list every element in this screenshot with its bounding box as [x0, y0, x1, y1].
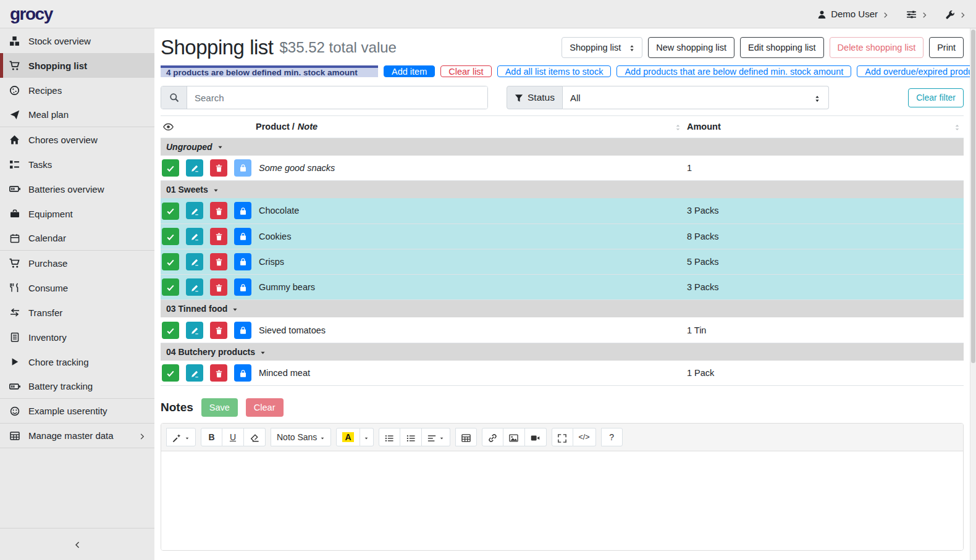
edit-item-button[interactable] [186, 322, 203, 339]
sidebar-item-calendar[interactable]: Calendar [0, 226, 154, 251]
edit-item-button[interactable] [186, 278, 203, 296]
insert-link-button[interactable] [482, 428, 503, 446]
funnel-icon [515, 92, 523, 103]
add-to-stock-button[interactable] [234, 159, 251, 177]
add-to-stock-button[interactable] [234, 202, 251, 219]
delete-item-button[interactable] [210, 159, 227, 177]
delete-item-button[interactable] [210, 278, 227, 296]
add-to-stock-button[interactable] [234, 322, 251, 339]
sidebar-item-shopping-list[interactable]: Shopping list [0, 53, 154, 78]
sidebar-item-example-userentity[interactable]: Example userentity [0, 399, 154, 424]
paragraph-align-button[interactable] [422, 428, 450, 446]
insert-table-button[interactable] [455, 428, 477, 446]
color-dropdown-button[interactable] [360, 428, 374, 446]
underline-button[interactable]: U [222, 428, 244, 446]
edit-item-button[interactable] [186, 228, 203, 245]
fullscreen-button[interactable] [552, 428, 573, 446]
admin-menu[interactable] [945, 8, 966, 19]
product-group-row[interactable]: Ungrouped [161, 138, 964, 156]
sidebar-collapse-button[interactable] [0, 528, 154, 560]
grocy-logo[interactable]: grocy [10, 4, 53, 24]
toggle-done-items-button[interactable] [163, 121, 174, 131]
font-family-button[interactable]: Noto Sans [271, 428, 331, 446]
sidebar-item-battery-tracking[interactable]: Battery tracking [0, 374, 154, 399]
edit-item-button[interactable] [186, 364, 203, 382]
notes-editor-body[interactable] [161, 451, 963, 550]
insert-video-button[interactable] [525, 428, 547, 446]
save-notes-button[interactable]: Save [201, 398, 238, 417]
product-group-row[interactable]: 01 Sweets [161, 181, 964, 199]
min-stock-alert[interactable]: 4 products are below defined min. stock … [161, 65, 378, 77]
code-view-button[interactable]: </> [573, 428, 596, 446]
mark-done-button[interactable] [162, 278, 179, 296]
chevron-left-icon [74, 540, 82, 550]
magic-style-button[interactable] [166, 428, 196, 446]
insert-picture-button[interactable] [503, 428, 525, 446]
sidebar-item-recipes[interactable]: Recipes [0, 78, 154, 102]
edit-item-button[interactable] [186, 202, 203, 219]
add-to-stock-button[interactable] [234, 364, 251, 382]
add-to-stock-button[interactable] [234, 253, 251, 270]
delete-item-button[interactable] [210, 322, 227, 339]
caret-down-icon [212, 185, 219, 194]
add-to-stock-button[interactable] [234, 278, 251, 296]
status-select[interactable]: All [563, 86, 829, 109]
product-group-row[interactable]: 04 Butchery products [161, 343, 964, 361]
clear-formatting-button[interactable] [244, 428, 266, 446]
delete-item-button[interactable] [210, 364, 227, 382]
sidebar-item-consume[interactable]: Consume [0, 275, 154, 300]
product-column-header[interactable]: Product /Note [256, 122, 318, 132]
delete-item-button[interactable] [210, 253, 227, 270]
user-menu[interactable]: Demo User [817, 9, 889, 20]
sidebar-item-chores-overview[interactable]: Chores overview [0, 127, 154, 152]
add-item-button[interactable]: Add item [384, 65, 435, 77]
ordered-list-button[interactable] [400, 428, 422, 446]
sidebar-item-transfer[interactable]: Transfer [0, 300, 154, 325]
add-to-stock-button[interactable] [234, 228, 251, 245]
sort-product-icon[interactable] [674, 122, 682, 132]
mark-done-button[interactable] [162, 159, 179, 177]
mark-done-button[interactable] [162, 364, 179, 382]
shopping-list-select[interactable]: Shopping list [562, 37, 642, 58]
clear-filter-button[interactable]: Clear filter [908, 88, 964, 107]
sidebar-item-chore-tracking[interactable]: Chore tracking [0, 349, 154, 374]
sidebar-item-manage-master-data[interactable]: Manage master data [0, 424, 154, 448]
mark-done-button[interactable] [162, 253, 179, 270]
edit-item-button[interactable] [186, 253, 203, 270]
clear-notes-button[interactable]: Clear [246, 398, 284, 417]
pencil-icon [191, 206, 199, 215]
help-button[interactable]: ? [601, 428, 623, 446]
edit-item-button[interactable] [186, 159, 203, 177]
action-row: 4 products are below defined min. stock … [161, 65, 964, 77]
product-group-row[interactable]: 03 Tinned food [161, 300, 964, 318]
sidebar-item-batteries-overview[interactable]: Batteries overview [0, 177, 154, 201]
add-all-to-stock-button[interactable]: Add all list items to stock [497, 65, 612, 77]
mark-done-button[interactable] [162, 203, 179, 220]
sidebar-item-tasks[interactable]: Tasks [0, 152, 154, 177]
sidebar-item-inventory[interactable]: Inventory [0, 325, 154, 349]
settings-menu[interactable] [906, 8, 928, 20]
sidebar: Stock overview Shopping list Recipes Mea… [0, 28, 154, 560]
add-overdue-button[interactable]: Add overdue/expired products [857, 65, 970, 77]
unordered-list-button[interactable] [379, 428, 400, 446]
clear-list-button[interactable]: Clear list [440, 65, 491, 77]
sidebar-item-equipment[interactable]: Equipment [0, 201, 154, 226]
bold-button[interactable]: B [201, 428, 222, 446]
sidebar-item-meal-plan[interactable]: Meal plan [0, 102, 154, 127]
mark-done-button[interactable] [162, 322, 179, 339]
delete-shopping-list-button[interactable]: Delete shopping list [830, 37, 924, 58]
new-shopping-list-button[interactable]: New shopping list [648, 37, 734, 58]
print-button[interactable]: Print [929, 37, 964, 58]
amount-column-header[interactable]: Amount [687, 122, 721, 132]
mark-done-button[interactable] [162, 228, 179, 245]
search-input[interactable] [187, 86, 487, 109]
highlight-color-button[interactable]: A [336, 428, 360, 446]
edit-shopping-list-button[interactable]: Edit shopping list [740, 37, 824, 58]
sort-amount-icon[interactable] [953, 122, 961, 132]
scrollbar-thumb[interactable] [971, 30, 975, 363]
sidebar-item-purchase[interactable]: Purchase [0, 251, 154, 275]
add-below-min-stock-button[interactable]: Add products that are below defined min.… [616, 65, 851, 77]
delete-item-button[interactable] [210, 228, 227, 245]
sidebar-item-stock-overview[interactable]: Stock overview [0, 28, 154, 53]
delete-item-button[interactable] [210, 202, 227, 219]
